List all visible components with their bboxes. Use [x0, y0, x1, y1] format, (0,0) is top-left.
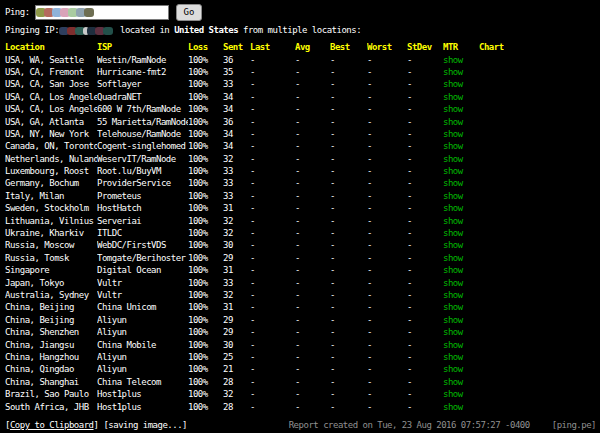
mtr-show-link[interactable]: show: [443, 166, 463, 176]
cell-stdev: -: [407, 178, 443, 188]
table-row: China, Shanghai China Telecom 100% 28 - …: [5, 376, 600, 388]
cell-isp: Tomgate/Berihoster: [97, 253, 188, 263]
cell-isp: Aliyun: [97, 327, 188, 337]
cell-worst: -: [367, 265, 407, 275]
mtr-show-link[interactable]: show: [443, 154, 463, 164]
cell-last: -: [250, 253, 295, 263]
mtr-show-link[interactable]: show: [443, 117, 463, 127]
mtr-show-link[interactable]: show: [443, 278, 463, 288]
cell-stdev: -: [407, 216, 443, 226]
cell-avg: -: [295, 129, 330, 139]
mtr-show-link[interactable]: show: [443, 203, 463, 213]
cell-isp: 55 Marietta/RamNode: [97, 117, 188, 127]
mtr-show-link[interactable]: show: [443, 67, 463, 77]
table-row: Ukraine, Kharkiv ITLDC 100% 32 - - - - -…: [5, 227, 600, 239]
mtr-show-link[interactable]: show: [443, 327, 463, 337]
report-created-text: Report created on Tue, 23 Aug 2016 07:57…: [289, 420, 530, 430]
cell-sent: 32: [223, 290, 250, 300]
cell-loss: 100%: [188, 253, 223, 263]
cell-sent: 33: [223, 178, 250, 188]
cell-stdev: -: [407, 104, 443, 114]
pinging-status-line: Pinging IP: located in United States fro…: [5, 25, 361, 35]
cell-isp: ProviderService: [97, 178, 188, 188]
mtr-show-link[interactable]: show: [443, 340, 463, 350]
cell-worst: -: [367, 141, 407, 151]
cell-location: Singapore: [5, 265, 97, 275]
mtr-show-link[interactable]: show: [443, 240, 463, 250]
ping-pe-label: [ping.pe]: [552, 420, 596, 430]
cell-stdev: -: [407, 228, 443, 238]
cell-sent: 32: [223, 228, 250, 238]
mtr-show-link[interactable]: show: [443, 402, 463, 412]
cell-isp: Aliyun: [97, 315, 188, 325]
cell-loss: 100%: [188, 79, 223, 89]
cell-avg: -: [295, 141, 330, 151]
cell-isp: Westin/RamNode: [97, 55, 188, 65]
cell-last: -: [250, 402, 295, 412]
cell-location: Brazil, Sao Paulo: [5, 389, 97, 399]
cell-best: -: [330, 253, 367, 263]
cell-stdev: -: [407, 141, 443, 151]
header-stdev: StDev: [407, 42, 443, 52]
copy-to-clipboard-link[interactable]: Copy to Clipboard: [10, 420, 94, 430]
mtr-show-link[interactable]: show: [443, 129, 463, 139]
table-row: Singapore Digital Ocean 100% 31 - - - - …: [5, 264, 600, 276]
cell-best: -: [330, 377, 367, 387]
cell-best: -: [330, 402, 367, 412]
cell-loss: 100%: [188, 191, 223, 201]
mtr-show-link[interactable]: show: [443, 364, 463, 374]
cell-stdev: -: [407, 92, 443, 102]
go-button[interactable]: Go: [176, 4, 203, 21]
cell-worst: -: [367, 327, 407, 337]
cell-location: Sweden, Stockholm: [5, 203, 97, 213]
ping-input[interactable]: [35, 5, 169, 20]
mtr-show-link[interactable]: show: [443, 253, 463, 263]
mtr-show-link[interactable]: show: [443, 315, 463, 325]
cell-isp: Aliyun: [97, 352, 188, 362]
mtr-show-link[interactable]: show: [443, 55, 463, 65]
cell-best: -: [330, 129, 367, 139]
cell-sent: 21: [223, 364, 250, 374]
redacted-ip-input-value: [38, 8, 94, 17]
mtr-show-link[interactable]: show: [443, 141, 463, 151]
cell-loss: 100%: [188, 92, 223, 102]
mtr-show-link[interactable]: show: [443, 302, 463, 312]
cell-location: USA, GA, Atlanta: [5, 117, 97, 127]
cell-stdev: -: [407, 129, 443, 139]
cell-last: -: [250, 278, 295, 288]
pinging-country: United States: [174, 25, 238, 35]
mtr-show-link[interactable]: show: [443, 265, 463, 275]
mtr-show-link[interactable]: show: [443, 228, 463, 238]
cell-location: USA, CA, Los Angeles: [5, 92, 97, 102]
cell-loss: 100%: [188, 129, 223, 139]
header-worst: Worst: [367, 42, 407, 52]
cell-stdev: -: [407, 67, 443, 77]
cell-worst: -: [367, 228, 407, 238]
mtr-show-link[interactable]: show: [443, 352, 463, 362]
header-last: Last: [250, 42, 295, 52]
cell-last: -: [250, 340, 295, 350]
mtr-show-link[interactable]: show: [443, 389, 463, 399]
cell-isp: Vultr: [97, 290, 188, 300]
table-row: Luxembourg, Roost Root.lu/BuyVM 100% 33 …: [5, 165, 600, 177]
cell-isp: 600 W 7th/RamNode: [97, 104, 188, 114]
mtr-show-link[interactable]: show: [443, 79, 463, 89]
cell-loss: 100%: [188, 265, 223, 275]
mtr-show-link[interactable]: show: [443, 178, 463, 188]
mtr-show-link[interactable]: show: [443, 290, 463, 300]
cell-stdev: -: [407, 79, 443, 89]
cell-sent: 35: [223, 67, 250, 77]
ping-label: Ping:: [5, 7, 30, 17]
mtr-show-link[interactable]: show: [443, 191, 463, 201]
table-row: China, Beijing China Unicom 100% 31 - - …: [5, 301, 600, 313]
mtr-show-link[interactable]: show: [443, 216, 463, 226]
cell-best: -: [330, 104, 367, 114]
cell-loss: 100%: [188, 327, 223, 337]
footer-left: [Copy to Clipboard] [saving image...]: [5, 420, 187, 430]
cell-stdev: -: [407, 290, 443, 300]
mtr-show-link[interactable]: show: [443, 104, 463, 114]
mtr-show-link[interactable]: show: [443, 377, 463, 387]
cell-avg: -: [295, 327, 330, 337]
cell-location: Russia, Tomsk: [5, 253, 97, 263]
mtr-show-link[interactable]: show: [443, 92, 463, 102]
